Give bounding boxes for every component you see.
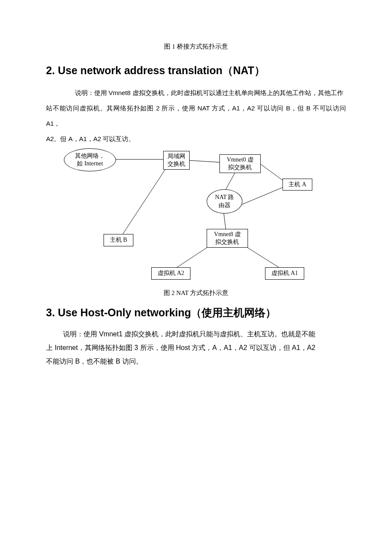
text-fragment: 。但	[54, 136, 66, 142]
text-fragment: A	[212, 344, 217, 351]
text-fragment: NAT	[196, 104, 212, 112]
text-fragment: ，	[87, 136, 93, 142]
node-label: 虚拟机 A2	[158, 269, 184, 277]
section-2-para-line1: 说明：使用 Vmnet8 虚拟交换机，此时虚拟机可以通过主机单向网络上的其他工作…	[46, 85, 346, 101]
text-fragment: 上	[46, 344, 53, 351]
text-fragment: ，但	[290, 105, 304, 112]
node-lan-switch: 局域网 交换机	[163, 151, 190, 170]
node-label: 主机 B	[110, 236, 127, 244]
section-2-heading: 2. Use network address translation（NAT）	[46, 64, 346, 78]
text-fragment: 说明：使用	[75, 90, 107, 96]
text-fragment: 站不能访问虚拟机。其网络拓扑如图	[46, 105, 154, 112]
section-3-para-line2: 上 Internet，其网络拓扑如图 3 所示，使用 Host 方式，A，A1，…	[46, 341, 346, 355]
node-label: Vmnet0 虚	[227, 156, 254, 163]
text-fragment: A1	[232, 104, 240, 112]
node-label: 拟交换机	[215, 239, 239, 245]
svg-line-8	[243, 245, 283, 270]
text-fragment: A	[66, 135, 72, 142]
text-fragment: 2	[154, 104, 161, 112]
node-label: 交换机	[167, 161, 185, 167]
text-fragment: 可以互访。	[103, 136, 135, 142]
node-label: Vmnet8 虚	[214, 231, 241, 237]
text-fragment: A1	[79, 135, 87, 142]
text-fragment: ，其网络拓扑如图	[78, 344, 133, 351]
text-fragment: Internet	[53, 344, 78, 351]
node-label: 拟交换机	[228, 164, 252, 171]
text-fragment: 不能访问	[46, 358, 73, 365]
node-vmnet0-switch: Vmnet0 虚 拟交换机	[219, 154, 261, 173]
text-fragment: A2	[239, 344, 249, 351]
svg-line-4	[236, 187, 283, 207]
text-fragment: 可以互访，但	[249, 344, 290, 351]
text-fragment: ，	[232, 344, 239, 351]
node-label: 其他网络，	[75, 153, 105, 159]
node-label: 局域网	[167, 153, 185, 159]
figure2-diagram: 其他网络， 如 Internet 局域网 交换机 Vmnet0 虚 拟交换机 主…	[47, 147, 345, 287]
text-fragment: Vmnet8	[107, 89, 133, 96]
text-fragment: 方式，	[192, 344, 212, 351]
text-fragment: B	[304, 104, 313, 112]
text-fragment: ，	[73, 136, 79, 142]
text-fragment: A2	[93, 135, 103, 142]
text-fragment: ，	[240, 105, 247, 112]
text-fragment: A1	[46, 120, 54, 127]
node-other-network: 其他网络， 如 Internet	[64, 148, 116, 171]
text-fragment: ，	[300, 344, 307, 351]
node-vm-a1: 虚拟机 A1	[265, 267, 304, 280]
svg-line-7	[173, 245, 211, 270]
text-fragment: 虚拟交换机，此时虚拟机可以通过主机单向网络上的其他工作站，其他工作	[133, 90, 343, 96]
node-host-b: 主机 B	[104, 234, 133, 246]
figure2-caption: 图 2 NAT 方式拓扑示意	[46, 289, 346, 297]
heading-text-brackets: （NAT）	[222, 64, 265, 76]
text-fragment: 3	[133, 344, 140, 351]
text-fragment: A2	[46, 135, 54, 142]
node-vm-a2: 虚拟机 A2	[151, 267, 190, 280]
text-fragment: A1	[290, 344, 300, 351]
text-fragment: 访问。	[122, 358, 143, 365]
node-label: 主机 A	[288, 181, 306, 188]
node-label: 虚拟机 A1	[271, 269, 298, 277]
text-fragment: A2	[247, 104, 257, 112]
node-vmnet8-switch: Vmnet8 虚 拟交换机	[207, 229, 248, 248]
text-fragment: Host	[174, 344, 192, 351]
section-2-para-line3: A2。但 A，A1，A2 可以互访。	[46, 131, 346, 147]
text-fragment: 可以访问	[257, 105, 284, 112]
text-fragment: 说明：使用	[63, 330, 97, 338]
node-nat-router: NAT 路 由器	[207, 189, 242, 214]
heading-text-en: Use network address translation	[58, 64, 222, 76]
text-fragment: B	[114, 358, 122, 365]
text-fragment: B	[73, 358, 80, 365]
text-fragment: Vmnet1	[97, 330, 124, 338]
text-fragment: A1	[224, 344, 232, 351]
text-fragment: 方式，	[212, 105, 232, 112]
svg-line-2	[260, 164, 283, 181]
text-fragment: A2	[307, 344, 316, 351]
heading-text-en: Use Host-Only networking	[58, 306, 191, 318]
node-label: 由器	[219, 202, 231, 208]
text-fragment: ，也不能被	[80, 358, 114, 365]
node-host-a: 主机 A	[282, 179, 312, 191]
svg-line-5	[224, 213, 226, 230]
heading-number: 3.	[46, 306, 58, 318]
svg-line-6	[121, 168, 166, 236]
page-content: 图 1 桥接方式拓扑示意 2. Use network address tran…	[0, 0, 392, 385]
section-2-para-line2: 站不能访问虚拟机。其网络拓扑如图 2 所示，使用 NAT 方式，A1，A2 可以…	[46, 101, 346, 131]
svg-line-1	[187, 160, 222, 162]
text-fragment: 所示，使用	[140, 344, 174, 351]
node-label: NAT 路	[215, 194, 234, 200]
section-3-para-line1: 说明：使用 Vmnet1 虚拟交换机，此时虚拟机只能与虚拟机、主机互访。也就是不…	[46, 327, 346, 341]
text-fragment: B	[284, 104, 290, 112]
section-3-heading: 3. Use Host-Only networking（使用主机网络）	[46, 306, 346, 320]
node-label: 如 Internet	[77, 160, 103, 167]
text-fragment: 虚拟交换机，此时虚拟机只能与虚拟机、主机互访。也就是不能	[124, 330, 315, 338]
heading-number: 2.	[46, 64, 58, 76]
text-fragment: 所示，使用	[161, 105, 195, 112]
section-3-para-line3: 不能访问 B，也不能被 B 访问。	[46, 355, 346, 368]
heading-text-cjk: （使用主机网络）	[191, 306, 276, 318]
text-fragment: ，	[217, 344, 224, 351]
text-fragment: ，	[54, 120, 60, 127]
text-fragment: 不可以访问	[313, 105, 346, 112]
figure1-caption: 图 1 桥接方式拓扑示意	[46, 43, 346, 51]
